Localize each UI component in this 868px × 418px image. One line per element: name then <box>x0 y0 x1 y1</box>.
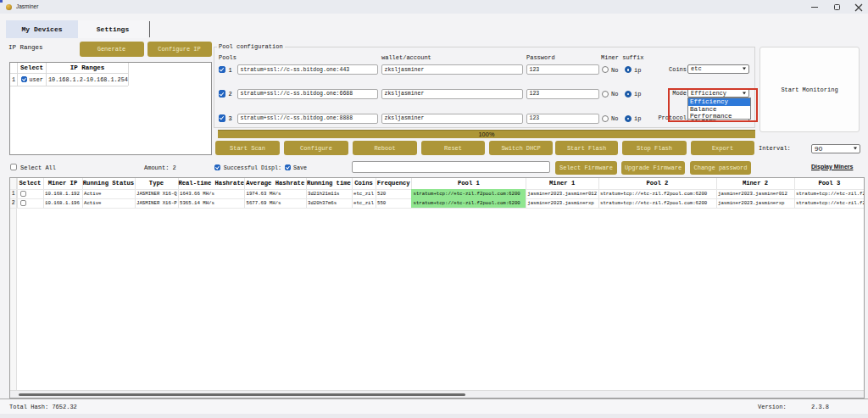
pool-3-suffix-ip-radio[interactable] <box>625 115 632 122</box>
pool-3-suffix-no-radio[interactable] <box>602 115 609 122</box>
ip-ranges-table: Select IP Ranges 1 user 10.168.1.2-10.16… <box>9 62 212 155</box>
horizontal-scrollbar[interactable] <box>10 390 864 398</box>
scrollbar-thumb[interactable] <box>19 393 465 396</box>
ip-row-checkbox[interactable] <box>21 76 27 82</box>
pool-1-url-input[interactable]: stratum+ssl://c-ss.bitdog.one:443 <box>237 64 379 75</box>
window-title: Jasminer <box>16 3 38 9</box>
save-label: Save <box>293 164 307 171</box>
miners-cell: etc_zil <box>352 189 376 198</box>
minimize-icon <box>811 7 818 8</box>
close-button[interactable] <box>849 0 868 14</box>
miners-cell: jasminer2023.jasminer012 <box>716 189 794 198</box>
upgrade-firmware-button[interactable]: Upgrade Firmware <box>621 161 685 175</box>
miners-row-number: 1 <box>10 189 17 198</box>
grid-line <box>10 208 865 209</box>
miners-cell: stratum+tcp://etc-zil.f2pool.com:6200 <box>598 189 716 198</box>
ip-col-ranges: IP Ranges <box>47 63 128 74</box>
pool-1-suffix-no-label: No <box>611 67 618 74</box>
pool-1-checkbox[interactable] <box>219 66 226 74</box>
pool-2-suffix-no-radio[interactable] <box>602 91 609 98</box>
pool-2-url-input[interactable]: stratum+ssl://c-ss.bitdog.one:6688 <box>237 89 379 99</box>
miners-cell: etc_zil <box>352 198 376 208</box>
pool-3-number: 3 <box>229 115 232 122</box>
coins-select[interactable]: etc <box>687 64 749 74</box>
pool-2-suffix-no-label: No <box>611 91 618 98</box>
miners-col-8: Frequency <box>376 178 412 189</box>
miners-col-0: Select <box>17 178 43 189</box>
miners-col-9: Pool 1 <box>411 178 526 189</box>
miners-row-number: 2 <box>10 198 17 208</box>
miners-col-4: Real-time Hashrate <box>178 178 245 189</box>
pool-2-checkbox[interactable] <box>219 90 226 98</box>
display-miners-link[interactable]: Display Miners <box>811 164 853 170</box>
miners-col-7: Coins <box>352 178 376 189</box>
start-flash-button[interactable]: Start Flash <box>555 141 618 155</box>
miners-cell: 5365.14 MH/s <box>178 198 245 208</box>
select-firmware-button[interactable]: Select Firmware <box>555 161 617 175</box>
reset-button[interactable]: Reset <box>421 141 485 155</box>
miners-cell: stratum+tcp://etc-zil.f2pool.com:6200 <box>598 198 716 208</box>
pool-2-wallet-input[interactable]: zksljasminer <box>381 89 524 99</box>
tab-settings[interactable]: Settings <box>78 20 147 38</box>
version-label: Version: <box>758 404 787 410</box>
pool-1-suffix-ip-radio[interactable] <box>625 66 632 73</box>
minimize-button[interactable] <box>804 0 825 14</box>
firmware-path-input[interactable] <box>352 161 550 173</box>
successful-display-checkbox[interactable] <box>214 164 220 170</box>
configure-ip-button[interactable]: Configure IP <box>147 42 212 57</box>
start-scan-button[interactable]: Start Scan <box>215 141 280 155</box>
miners-cell: 550 <box>376 198 412 208</box>
miners-cell: stratum+tcp://etc-zil.f2pool.com:6200 <box>794 198 865 208</box>
select-all-checkbox[interactable] <box>10 164 17 170</box>
miners-col-6: Running time <box>306 178 352 189</box>
miners-col-1: Miner IP <box>43 178 82 189</box>
miners-cell: 10.168.1.192 <box>43 189 82 198</box>
tab-my-devices[interactable]: My Devices <box>6 20 78 38</box>
stop-flash-button[interactable]: Stop Flash <box>622 141 687 155</box>
miners-cell: jasminer2023.jasminerxp <box>716 198 794 208</box>
window-corner-accent <box>0 0 3 3</box>
miners-cell: jasminer2023.jasminerxp <box>526 198 598 208</box>
miners-cell: 1974.63 MH/s <box>244 189 306 198</box>
miners-row-2-checkbox[interactable] <box>20 200 26 206</box>
miners-cell: 10.168.1.196 <box>43 198 82 208</box>
maximize-button[interactable] <box>826 0 847 14</box>
pool-3-checkbox[interactable] <box>219 114 226 122</box>
switch-dhcp-button[interactable]: Switch DHCP <box>489 141 553 155</box>
pool-2-password-input[interactable]: 123 <box>526 89 600 99</box>
pool-1-password-input[interactable]: 123 <box>526 64 600 75</box>
pool-3-suffix-ip-label: ip <box>634 115 641 122</box>
interval-value: 90 <box>815 145 823 153</box>
pool-3-wallet-input[interactable]: zksljasminer <box>381 114 524 124</box>
miners-table: SelectMiner IPRunning StatusTypeReal-tim… <box>9 177 865 399</box>
bottom-strip <box>0 414 868 418</box>
miners-col-3: Type <box>135 178 178 189</box>
miners-col-5: Average Hashrate <box>244 178 306 189</box>
interval-select[interactable]: 90 <box>811 144 860 153</box>
miners-cell: jasminer2023.jasminer012 <box>526 189 598 198</box>
save-checkbox[interactable] <box>285 164 291 170</box>
miners-cell: stratum+tcp://etc-zil.f2pool.com:6200 <box>411 189 526 198</box>
pool-3-url-input[interactable]: stratum+ssl://c-ss.bitdog.one:8888 <box>237 114 379 124</box>
pool-3-password-input[interactable]: 123 <box>526 114 600 124</box>
reboot-button[interactable]: Reboot <box>353 141 417 155</box>
miners-cell: stratum+tcp://etc-zil.f2pool.com:6200 <box>411 198 526 208</box>
ip-col-select: Select <box>18 63 46 74</box>
red-highlight-rectangle <box>668 88 759 123</box>
pool-1-wallet-input[interactable]: zksljasminer <box>381 64 524 75</box>
miners-col-12: Miner 2 <box>716 178 794 189</box>
start-monitoring-button[interactable]: Start Monitoring <box>760 47 860 132</box>
interval-label: Interval: <box>759 145 791 152</box>
export-button[interactable]: Export <box>691 141 754 155</box>
miner-suffix-label: Miner suffix <box>601 54 643 61</box>
miners-row-1-checkbox[interactable] <box>20 191 26 197</box>
change-password-button[interactable]: Change password <box>690 161 751 175</box>
chevron-down-icon <box>854 148 857 150</box>
pool-2-number: 2 <box>229 91 232 98</box>
configure-button[interactable]: Configure <box>284 141 348 155</box>
miners-col-2: Running Status <box>82 178 135 189</box>
pool-1-suffix-no-radio[interactable] <box>602 66 609 73</box>
ip-row-range: 10.168.1.2-10.168.1.254 <box>48 73 128 86</box>
generate-button[interactable]: Generate <box>80 42 144 57</box>
pool-2-suffix-ip-radio[interactable] <box>625 91 632 98</box>
